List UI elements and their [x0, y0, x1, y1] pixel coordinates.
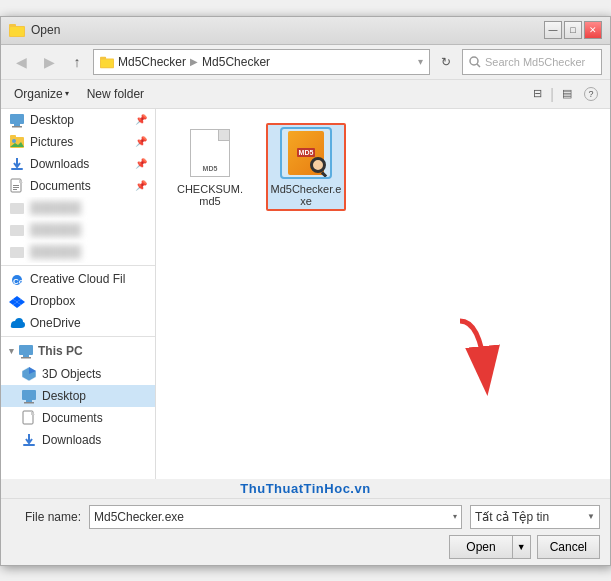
view-list-button[interactable]: ⊟	[526, 83, 548, 105]
breadcrumb-dropdown-icon: ▾	[418, 56, 423, 67]
file-item-checksum[interactable]: MD5 CHECKSUM.md5	[170, 123, 250, 211]
sidebar-dropbox-label: Dropbox	[30, 294, 75, 308]
md5checker-file-icon: MD5	[280, 127, 332, 179]
sidebar-item-blurred2[interactable]: ██████	[1, 219, 155, 241]
files-grid: MD5 CHECKSUM.md5 MD5	[166, 119, 600, 215]
filetype-select[interactable]: Tất cả Tệp tin ▼	[470, 505, 600, 529]
sidebar-item-documents2[interactable]: Documents	[1, 407, 155, 429]
filename-dropdown-icon: ▾	[453, 512, 457, 521]
checksum-icon-wrapper: MD5	[184, 127, 236, 179]
sidebar-item-desktop2[interactable]: Desktop	[1, 385, 155, 407]
svg-rect-29	[23, 355, 29, 357]
up-button[interactable]: ↑	[65, 50, 89, 74]
checksum-file-icon: MD5	[190, 129, 230, 177]
new-folder-button[interactable]: New folder	[82, 84, 149, 104]
sidebar-thispc-header[interactable]: ▾ This PC	[1, 339, 155, 363]
svg-rect-2	[10, 27, 24, 36]
organize-toolbar: Organize ▾ New folder ⊟ | ▤ ?	[1, 80, 610, 109]
view-grid-icon: ▤	[562, 87, 572, 100]
view-grid-button[interactable]: ▤	[556, 83, 578, 105]
back-button[interactable]: ◀	[9, 50, 33, 74]
checksum-filename: CHECKSUM.md5	[174, 183, 246, 207]
sidebar-item-3dobjects[interactable]: 3D Objects	[1, 363, 155, 385]
view-controls: ⊟ | ▤ ?	[526, 83, 602, 105]
refresh-icon: ↻	[441, 55, 451, 69]
sidebar-blurred2-label: ██████	[30, 223, 81, 237]
organize-label: Organize	[14, 87, 63, 101]
sidebar-blurred3-label: ██████	[30, 245, 81, 259]
refresh-button[interactable]: ↻	[434, 50, 458, 74]
svg-rect-16	[13, 185, 19, 186]
open-button[interactable]: Open	[449, 535, 511, 559]
sidebar-item-pictures[interactable]: Pictures 📌	[1, 131, 155, 153]
sidebar-downloads-pin: 📌	[135, 158, 147, 169]
filetype-dropdown-icon: ▼	[587, 512, 595, 521]
blurred2-icon	[9, 222, 25, 238]
svg-rect-1	[9, 24, 16, 27]
breadcrumb-separator: ▶	[190, 56, 198, 67]
open-dialog: Open — □ ✕ ◀ ▶ ↑ Md5Checker ▶ Md5Checker	[0, 16, 611, 566]
svg-rect-17	[13, 187, 19, 188]
title-bar-controls: — □ ✕	[544, 21, 602, 39]
md5checker-inner: MD5	[288, 131, 324, 175]
svg-rect-34	[26, 400, 32, 402]
help-icon: ?	[584, 87, 598, 101]
sidebar-desktop-pin: 📌	[135, 114, 147, 125]
sidebar-item-downloads2[interactable]: Downloads	[1, 429, 155, 451]
filename-input[interactable]: Md5Checker.exe ▾	[89, 505, 462, 529]
sidebar-downloads2-label: Downloads	[42, 433, 101, 447]
breadcrumb-part1: Md5Checker	[118, 55, 186, 69]
sidebar-item-onedrive[interactable]: OneDrive	[1, 312, 155, 334]
desktop2-icon	[21, 388, 37, 404]
md5checker-icon-wrapper: MD5	[280, 127, 332, 179]
nav-divider1	[1, 265, 155, 266]
open-btn-wrapper: Open ▼	[449, 535, 530, 559]
downloads-icon	[9, 156, 25, 172]
title-bar: Open — □ ✕	[1, 17, 610, 45]
filename-row: File name: Md5Checker.exe ▾ Tất cả Tệp t…	[11, 505, 600, 529]
organize-button[interactable]: Organize ▾	[9, 84, 74, 104]
search-placeholder: Search Md5Checker	[485, 56, 585, 68]
sidebar-item-documents[interactable]: Documents 📌	[1, 175, 155, 197]
sidebar-item-downloads[interactable]: Downloads 📌	[1, 153, 155, 175]
new-folder-label: New folder	[87, 87, 144, 101]
downloads2-icon	[21, 432, 37, 448]
file-item-md5checker[interactable]: MD5 Md5Checker.exe	[266, 123, 346, 211]
svg-rect-18	[13, 189, 17, 190]
sidebar-documents-pin: 📌	[135, 180, 147, 191]
minimize-button[interactable]: —	[544, 21, 562, 39]
svg-rect-33	[22, 390, 36, 400]
sidebar-item-desktop[interactable]: Desktop 📌	[1, 109, 155, 131]
breadcrumb[interactable]: Md5Checker ▶ Md5Checker ▾	[93, 49, 430, 75]
breadcrumb-part2: Md5Checker	[202, 55, 270, 69]
sidebar-item-blurred1[interactable]: ██████	[1, 197, 155, 219]
search-box[interactable]: Search Md5Checker	[462, 49, 602, 75]
help-button[interactable]: ?	[580, 83, 602, 105]
view-divider: |	[550, 86, 554, 102]
open-dropdown-button[interactable]: ▼	[512, 535, 531, 559]
folder-breadcrumb-icon	[100, 55, 114, 69]
svg-rect-28	[19, 345, 33, 355]
svg-text:Cc: Cc	[13, 277, 24, 286]
nav-toolbar: ◀ ▶ ↑ Md5Checker ▶ Md5Checker ▾ ↻	[1, 45, 610, 80]
back-icon: ◀	[16, 54, 27, 70]
close-button[interactable]: ✕	[584, 21, 602, 39]
svg-rect-20	[10, 225, 24, 236]
cancel-button[interactable]: Cancel	[537, 535, 600, 559]
maximize-button[interactable]: □	[564, 21, 582, 39]
svg-rect-21	[10, 247, 24, 258]
content-wrapper: Desktop 📌 Pictures 📌	[1, 109, 610, 479]
forward-icon: ▶	[44, 54, 55, 70]
open-dropdown-icon: ▼	[517, 542, 526, 552]
filename-value: Md5Checker.exe	[94, 510, 184, 524]
forward-button[interactable]: ▶	[37, 50, 61, 74]
thispc-expand-icon: ▾	[9, 346, 14, 356]
md5-label-text: MD5	[297, 148, 316, 157]
thispc-label: This PC	[38, 344, 83, 358]
watermark-text: ThuThuatTinHoc.vn	[240, 481, 370, 496]
nav-divider2	[1, 336, 155, 337]
sidebar-item-blurred3[interactable]: ██████	[1, 241, 155, 263]
sidebar-item-creative-cloud[interactable]: Cc Creative Cloud Fil	[1, 268, 155, 290]
nav-pane: Desktop 📌 Pictures 📌	[1, 109, 156, 479]
sidebar-item-dropbox[interactable]: Dropbox	[1, 290, 155, 312]
